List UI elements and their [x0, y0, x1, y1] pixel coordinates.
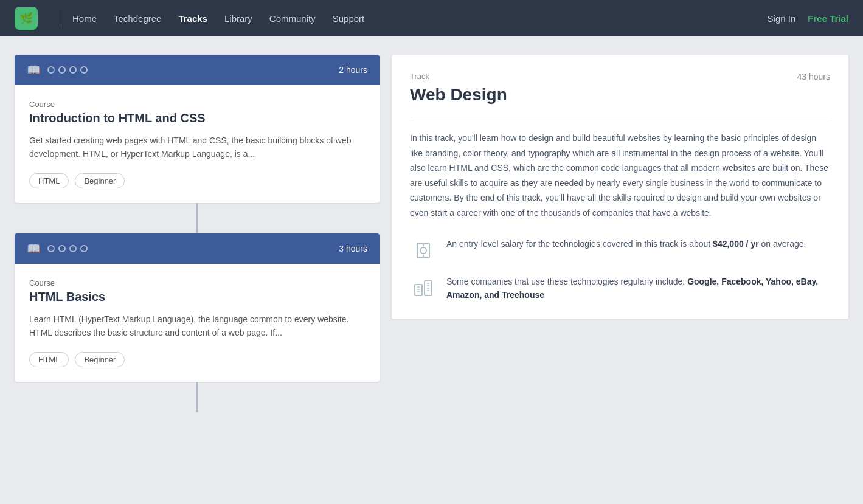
companies-text: Some companies that use these technologi… — [446, 275, 830, 302]
dot-2 — [58, 66, 66, 74]
tag-beginner-2[interactable]: Beginner — [75, 352, 125, 367]
course-card-body-2: Course HTML Basics Learn HTML (HyperText… — [15, 264, 380, 382]
nav-home[interactable]: Home — [72, 13, 97, 24]
nav-library[interactable]: Library — [224, 13, 252, 24]
main-content: 📖 2 hours Course Introduction to HTML an… — [0, 36, 863, 430]
salary-icon — [410, 237, 437, 264]
course-header-left-2: 📖 — [27, 242, 88, 255]
course-2-title[interactable]: HTML Basics — [29, 290, 365, 304]
course-card-header-2: 📖 3 hours — [15, 233, 380, 264]
salary-stat: An entry-level salary for the technologi… — [410, 237, 830, 264]
tag-html-2[interactable]: HTML — [29, 352, 69, 367]
course-header-left-1: 📖 — [27, 63, 88, 77]
nav-divider — [60, 9, 60, 27]
progress-dots-1 — [47, 66, 88, 74]
track-divider — [410, 117, 830, 117]
dot-1 — [47, 66, 55, 74]
course-card-body-1: Course Introduction to HTML and CSS Get … — [15, 85, 380, 203]
companies-stat: Some companies that use these technologi… — [410, 275, 830, 302]
dot-6 — [58, 245, 66, 252]
track-description: In this track, you'll learn how to desig… — [410, 131, 830, 220]
track-stats: An entry-level salary for the technologi… — [410, 237, 830, 302]
svg-point-1 — [420, 247, 426, 254]
nav-techdegree[interactable]: Techdegree — [114, 13, 161, 24]
dot-7 — [69, 245, 77, 252]
progress-dots-2 — [47, 245, 88, 252]
course-card-2: 📖 3 hours Course HTML Basics Learn HTML … — [15, 233, 380, 382]
connector-1 — [196, 203, 198, 233]
tag-html-1[interactable]: HTML — [29, 173, 69, 188]
course-list: 📖 2 hours Course Introduction to HTML an… — [15, 55, 380, 412]
nav-tracks[interactable]: Tracks — [178, 13, 207, 24]
free-trial-link[interactable]: Free Trial — [808, 13, 848, 24]
track-label-row: Track 43 hours — [410, 72, 830, 81]
book-icon-2: 📖 — [27, 242, 40, 255]
salary-highlight: $42,000 / yr — [713, 239, 759, 249]
track-title: Web Design — [410, 85, 830, 105]
salary-after: on average. — [759, 239, 806, 249]
course-2-hours: 3 hours — [339, 244, 367, 254]
logo[interactable]: 🌿 — [15, 7, 38, 30]
course-1-desc: Get started creating web pages with HTML… — [29, 134, 365, 161]
nav-links: Home Techdegree Tracks Library Community… — [72, 13, 768, 24]
course-1-hours: 2 hours — [339, 65, 367, 75]
nav-support[interactable]: Support — [333, 13, 365, 24]
tag-beginner-1[interactable]: Beginner — [75, 173, 125, 188]
dot-8 — [80, 245, 88, 252]
track-panel: Track 43 hours Web Design In this track,… — [392, 55, 848, 319]
logo-icon: 🌿 — [15, 7, 38, 30]
salary-before: An entry-level salary for the technologi… — [446, 239, 713, 249]
salary-text: An entry-level salary for the technologi… — [446, 237, 806, 250]
course-card-header-1: 📖 2 hours — [15, 55, 380, 85]
course-2-desc: Learn HTML (HyperText Markup Language), … — [29, 312, 365, 340]
course-1-label: Course — [29, 100, 365, 109]
course-1-title[interactable]: Introduction to HTML and CSS — [29, 111, 365, 125]
dot-3 — [69, 66, 77, 74]
course-card-1: 📖 2 hours Course Introduction to HTML an… — [15, 55, 380, 203]
connector-2 — [196, 382, 198, 412]
book-icon-1: 📖 — [27, 63, 40, 77]
nav-right: Sign In Free Trial — [768, 13, 848, 24]
navigation: 🌿 Home Techdegree Tracks Library Communi… — [0, 0, 863, 36]
track-label: Track — [410, 72, 429, 81]
course-2-label: Course — [29, 278, 365, 288]
companies-icon — [410, 275, 437, 302]
svg-rect-4 — [415, 285, 422, 295]
course-1-tags: HTML Beginner — [29, 173, 365, 191]
signin-link[interactable]: Sign In — [768, 13, 796, 24]
dot-5 — [47, 245, 55, 252]
course-2-tags: HTML Beginner — [29, 352, 365, 370]
companies-before: Some companies that use these technologi… — [446, 277, 687, 286]
track-hours: 43 hours — [797, 72, 830, 81]
dot-4 — [80, 66, 88, 74]
nav-community[interactable]: Community — [269, 13, 316, 24]
